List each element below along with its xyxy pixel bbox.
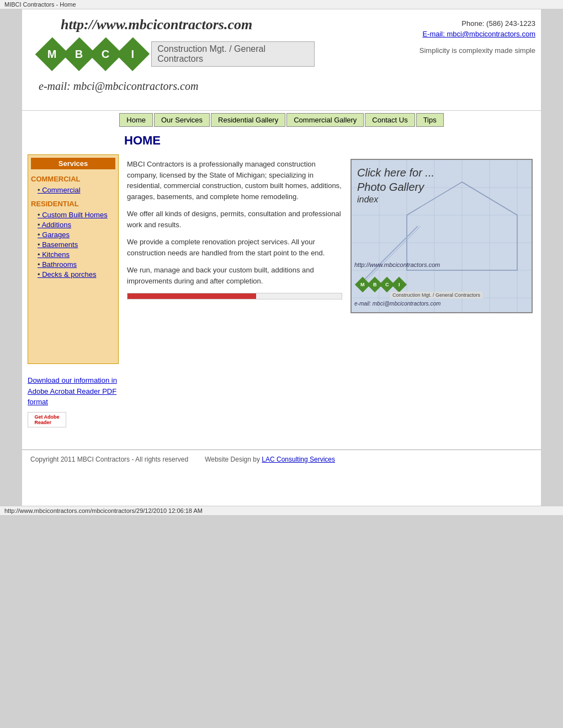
nav-home[interactable]: Home [119, 113, 153, 127]
page-heading: HOME [124, 133, 537, 148]
paragraph-1: MBCI Contractors is a professionally man… [127, 159, 342, 202]
sidebar-box: Services COMMERCIAL Commercial RESIDENTI… [28, 154, 119, 364]
download-link[interactable]: Download our information in Adobe Acroba… [28, 376, 117, 406]
nav-services[interactable]: Our Services [154, 113, 210, 127]
header-phone: Phone: (586) 243-1223 [419, 19, 535, 28]
diamond-i: I [115, 37, 149, 71]
header-email-anchor[interactable]: E-mail: mbci@mbcicontractors.com [422, 30, 535, 38]
sidebar-link-garages[interactable]: Garages [38, 231, 115, 239]
logo-diamonds: M B C I Construction Mgt. / General Cont… [39, 41, 315, 67]
status-bar: http://www.mbcicontractors.com/mbcicontr… [0, 506, 563, 515]
sidebar-link-kitchens[interactable]: Kitchens [38, 250, 115, 259]
diamond-sm-i: I [391, 277, 407, 292]
progress-fill [128, 293, 256, 299]
progress-bar [127, 293, 342, 299]
gallery-email-small: e-mail: mbci@mbcicontractors.com [354, 301, 440, 307]
adobe-badge[interactable]: Get AdobeReader [28, 412, 119, 427]
services-header: Services [31, 158, 115, 169]
sidebar: Services COMMERCIAL Commercial RESIDENTI… [22, 154, 119, 438]
header-contact-info: Phone: (586) 243-1223 E-mail: mbci@mbcic… [419, 14, 535, 55]
gallery-overlay-text: Click here for ... Photo Gallery index [357, 165, 434, 206]
footer-design-link[interactable]: LAC Consulting Services [262, 456, 335, 463]
nav-contact[interactable]: Contact Us [365, 113, 415, 127]
footer-design-prefix: Website Design by [205, 456, 262, 463]
main-content: MBCI Contractors is a professionally man… [119, 154, 541, 438]
sidebar-commercial-title: COMMERCIAL [31, 175, 115, 183]
blueprint-background: Click here for ... Photo Gallery index h… [352, 160, 532, 312]
download-section: Download our information in Adobe Acroba… [28, 370, 119, 427]
sidebar-link-additions[interactable]: Additions [38, 221, 115, 229]
progress-bar-area [127, 293, 342, 299]
gallery-line1: Click here for ... [357, 165, 434, 180]
header-slogan: Simplicity is complexity made simple [419, 46, 535, 55]
logo-url-text: http://www.mbcicontractors.com [61, 17, 252, 33]
paragraph-4: We run, manage and back your custom buil… [127, 265, 342, 286]
footer-copyright: Copyright 2011 MBCI Contractors - All ri… [30, 456, 188, 463]
sidebar-link-custom[interactable]: Custom Built Homes [38, 211, 115, 219]
gallery-overlay: Click here for ... Photo Gallery index [357, 165, 434, 206]
content-body: MBCI Contractors is a professionally man… [127, 159, 533, 313]
gallery-url-small: http://www.mbcicontractors.com [354, 261, 440, 268]
navigation-bar: Home Our Services Residential Gallery Co… [22, 110, 541, 129]
sidebar-link-basements[interactable]: Basements [38, 240, 115, 249]
gallery-line2: Photo Gallery [357, 180, 434, 194]
logo-area: http://www.mbcicontractors.com M B C I C… [28, 14, 315, 110]
footer-design: Website Design by LAC Consulting Service… [205, 456, 335, 463]
footer: Copyright 2011 MBCI Contractors - All ri… [22, 449, 541, 469]
gallery-tagline-small: Construction Mgt. / General Contractors [390, 292, 482, 298]
sidebar-link-decks[interactable]: Decks & porches [38, 270, 115, 279]
browser-title-text: MIBCI Contractors - Home [4, 1, 76, 8]
mbci-logo-small: M B C I [357, 279, 405, 290]
logo-tagline: Construction Mgt. / General Contractors [151, 41, 315, 67]
status-bar-url: http://www.mbcicontractors.com/mbcicontr… [4, 507, 203, 514]
sidebar-link-bathrooms[interactable]: Bathrooms [38, 260, 115, 269]
header-email-link[interactable]: E-mail: mbci@mbcicontractors.com [419, 30, 535, 38]
logo-email: e-mail: mbci@mbcicontractors.com [39, 80, 198, 93]
sidebar-link-commercial[interactable]: Commercial [38, 186, 115, 194]
gallery-line3: index [357, 194, 434, 206]
browser-title-bar: MIBCI Contractors - Home [0, 0, 563, 9]
page-header: http://www.mbcicontractors.com M B C I C… [22, 9, 541, 110]
nav-residential[interactable]: Residential Gallery [211, 113, 285, 127]
content-wrapper: Services COMMERCIAL Commercial RESIDENTI… [22, 154, 541, 438]
text-area: MBCI Contractors is a professionally man… [127, 159, 342, 313]
photo-gallery-box[interactable]: Click here for ... Photo Gallery index h… [350, 159, 533, 313]
nav-commercial[interactable]: Commercial Gallery [286, 113, 364, 127]
nav-tips[interactable]: Tips [416, 113, 444, 127]
sidebar-residential-title: RESIDENTIAL [31, 200, 115, 208]
paragraph-2: We offer all kinds of designs, permits, … [127, 208, 342, 230]
paragraph-3: We provide a complete renovation project… [127, 237, 342, 258]
adobe-logo: Get AdobeReader [28, 412, 66, 427]
